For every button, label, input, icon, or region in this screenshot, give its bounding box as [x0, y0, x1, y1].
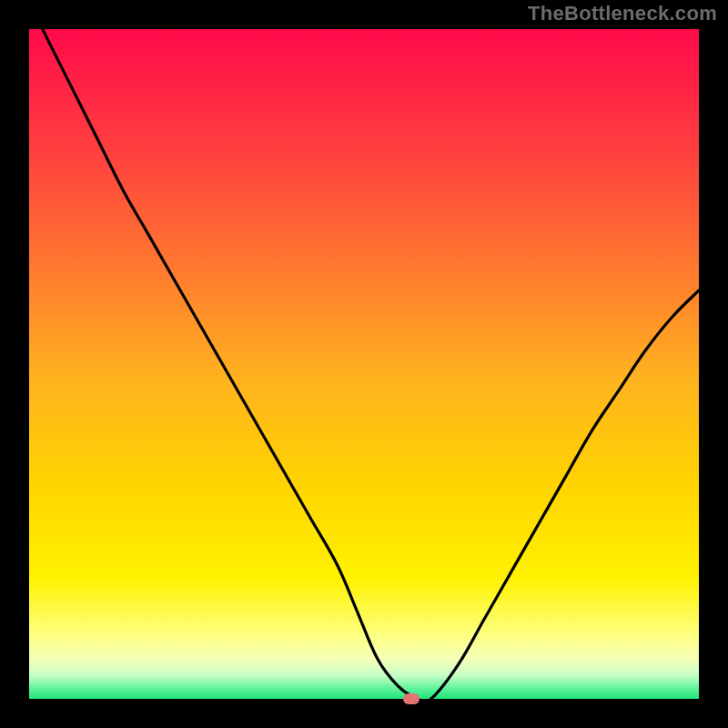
- watermark-text: TheBottleneck.com: [528, 2, 717, 25]
- optimal-point-marker: [403, 693, 420, 704]
- bottleneck-curve: [29, 29, 699, 699]
- chart-plot-area: [29, 29, 699, 699]
